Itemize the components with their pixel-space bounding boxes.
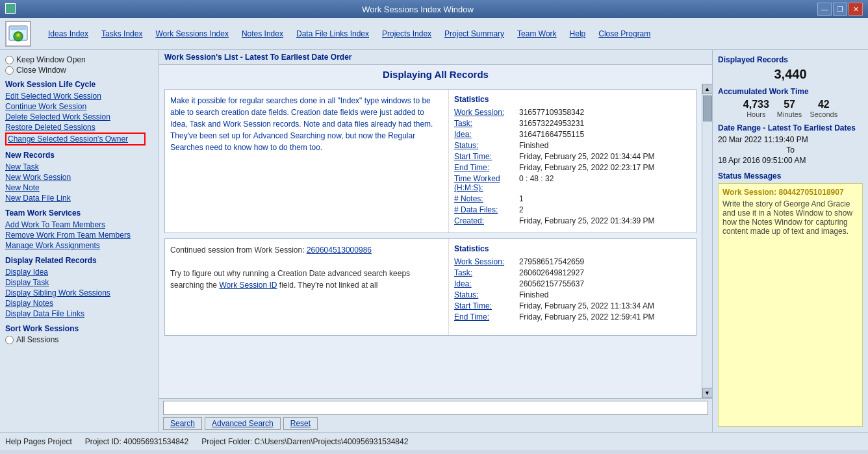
keep-open-input[interactable]: [5, 56, 14, 64]
menu-bar: Ideas Index Tasks Index Work Sessions In…: [0, 18, 868, 50]
sidebar-manage-work-assignments[interactable]: Manage Work Assignments: [5, 240, 146, 251]
stats-label-ws-2: Work Session:: [454, 257, 519, 266]
content-area: Work Session's List - Latest To Earliest…: [159, 50, 712, 432]
all-sessions-radio[interactable]: All Sessions: [5, 335, 146, 344]
close-window-radio[interactable]: Close Window: [5, 66, 146, 75]
scroll-up-arrow[interactable]: ▲: [702, 84, 713, 94]
nav-team-work[interactable]: Team Work: [511, 27, 563, 41]
title-bar: Work Sessions Index Window — ❐ ✕: [0, 0, 868, 18]
scroll-track: [702, 94, 712, 388]
stats-value-ws-1: 316577109358342: [519, 108, 584, 117]
status-project-label: Help Pages Project: [5, 437, 72, 446]
stats-value-idea-1: 316471664755115: [519, 130, 584, 139]
stats-value-time-1: 0 : 48 : 32: [519, 174, 554, 192]
seconds-label: Seconds: [810, 110, 837, 118]
sidebar-edit-selected[interactable]: Edit Selected Work Session: [5, 91, 146, 101]
record-card-2: Continued session from Work Session: 260…: [164, 238, 696, 336]
date-range-title: Date Range - Latest To Earliest Dates: [718, 123, 863, 132]
stats-value-end-2: Friday, February 25, 2022 12:59:41 PM: [519, 312, 655, 322]
search-button[interactable]: Search: [163, 417, 202, 430]
sidebar-display-data-file-links[interactable]: Display Data File Links: [5, 309, 146, 319]
nav-projects-index[interactable]: Projects Index: [376, 27, 438, 41]
nav-tasks-index[interactable]: Tasks Index: [95, 27, 149, 41]
close-button[interactable]: ✕: [849, 3, 863, 16]
record-body-prefix-2: Continued session from Work Session:: [170, 246, 307, 255]
scroll-thumb[interactable]: [703, 95, 712, 121]
stats-label-notes-1: # Notes:: [454, 194, 519, 203]
stats-label-status-1: Status:: [454, 141, 519, 150]
sidebar-new-data-file-link[interactable]: New Data File Link: [5, 193, 146, 203]
sidebar-remove-work-from-team[interactable]: Remove Work From Team Members: [5, 230, 146, 240]
status-msg-id: Work Session: 804427051018907: [722, 188, 858, 197]
date-from-value: 20 Mar 2022 11:19:40 PM: [718, 135, 863, 144]
app-logo: [5, 21, 31, 47]
section-header-sort: Sort Work Sessions: [5, 324, 146, 333]
sidebar-new-task[interactable]: New Task: [5, 162, 146, 172]
content-scrollbar[interactable]: ▲ ▼: [702, 84, 712, 398]
sidebar-add-work-to-team[interactable]: Add Work To Team Members: [5, 220, 146, 230]
main-container: Keep Window Open Close Window Work Sessi…: [0, 50, 868, 432]
minimize-button[interactable]: —: [817, 3, 832, 16]
keep-window-open-radio[interactable]: Keep Window Open: [5, 55, 146, 64]
nav-notes-index[interactable]: Notes Index: [235, 27, 290, 41]
stats-label-end-1: End Time:: [454, 163, 519, 172]
stats-label-time-1: Time Worked (H:M:S):: [454, 174, 519, 192]
all-sessions-input[interactable]: [5, 336, 14, 344]
date-to-separator: To: [718, 145, 863, 155]
section-header-display-related: Display Related Records: [5, 256, 146, 265]
stats-row-task-2: Task: 260602649812927: [454, 268, 691, 277]
sidebar-new-work-session[interactable]: New Work Session: [5, 172, 146, 183]
section-header-lifecycle: Work Session Life Cycle: [5, 80, 146, 89]
title-bar-icon: [5, 3, 18, 16]
sidebar-display-idea[interactable]: Display Idea: [5, 267, 146, 277]
nav-data-file-links-index[interactable]: Data File Links Index: [290, 27, 376, 41]
record-text-1: Make it possible for regular searches do…: [170, 95, 443, 153]
record-stats-2: Statistics Work Session: 279586517542659…: [449, 239, 696, 335]
sidebar-display-sibling[interactable]: Display Sibling Work Sessions: [5, 288, 146, 298]
sidebar-restore-deleted[interactable]: Restore Deleted Sessions: [5, 122, 146, 132]
reset-button[interactable]: Reset: [283, 417, 318, 430]
sidebar-continue-work[interactable]: Continue Work Session: [5, 101, 146, 112]
status-messages-section: Status Messages Work Session: 8044270510…: [718, 171, 863, 427]
stats-row-end-1: End Time: Friday, February 25, 2022 02:2…: [454, 163, 691, 172]
stats-value-status-1: Finished: [519, 141, 548, 150]
content-list-header: Work Session's List - Latest To Earliest…: [159, 50, 712, 65]
scroll-down-arrow[interactable]: ▼: [702, 388, 713, 398]
close-window-input[interactable]: [5, 66, 14, 75]
sidebar-delete-selected[interactable]: Delete Selected Work Session: [5, 112, 146, 122]
stats-label-ws-1: Work Session:: [454, 108, 519, 117]
sidebar-display-task[interactable]: Display Task: [5, 277, 146, 288]
seconds-value: 42: [810, 99, 837, 110]
stats-value-datafiles-1: 2: [519, 205, 524, 214]
nav-ideas-index[interactable]: Ideas Index: [42, 27, 95, 41]
nav-help[interactable]: Help: [563, 27, 593, 41]
stats-row-status-1: Status: Finished: [454, 141, 691, 150]
seconds-col: 42 Seconds: [810, 99, 837, 118]
search-input[interactable]: [163, 401, 708, 415]
date-to-value: 18 Apr 2016 09:51:00 AM: [718, 156, 863, 165]
stats-value-status-2: Finished: [519, 290, 548, 299]
date-from: 20 Mar 2022 11:19:40 PM To 18 Apr 2016 0…: [718, 135, 863, 165]
record-session-link-2[interactable]: 260604513000986: [307, 246, 372, 255]
status-msg-body: Write the story of George And Gracie and…: [722, 199, 858, 236]
restore-button[interactable]: ❐: [833, 3, 847, 16]
status-project-id-label: Project ID:: [85, 437, 121, 446]
section-header-team-work: Team Work Services: [5, 208, 146, 218]
sidebar-change-owner[interactable]: Change Selected Session's Owner: [5, 132, 146, 145]
sidebar-display-notes[interactable]: Display Notes: [5, 298, 146, 309]
sidebar-new-note[interactable]: New Note: [5, 183, 146, 193]
stats-row-ws-2: Work Session: 279586517542659: [454, 257, 691, 266]
nav-work-sessions-index[interactable]: Work Sessions Index: [149, 27, 235, 41]
stats-label-start-2: Start Time:: [454, 301, 519, 310]
display-title: Displaying All Records: [159, 65, 712, 84]
records-list: Make it possible for regular searches do…: [159, 84, 702, 398]
nav-close-program[interactable]: Close Program: [592, 27, 657, 41]
keep-open-label: Keep Window Open: [16, 55, 86, 64]
stats-row-notes-1: # Notes: 1: [454, 194, 691, 203]
stats-value-task-2: 260602649812927: [519, 268, 584, 277]
nav-project-summary[interactable]: Project Summary: [438, 27, 511, 41]
stats-label-idea-1: Idea:: [454, 130, 519, 139]
stats-row-end-2: End Time: Friday, February 25, 2022 12:5…: [454, 312, 691, 322]
status-project-folder-value: C:\Users\Darren\Projects\400956931534842: [255, 437, 409, 446]
advanced-search-button[interactable]: Advanced Search: [205, 417, 281, 430]
